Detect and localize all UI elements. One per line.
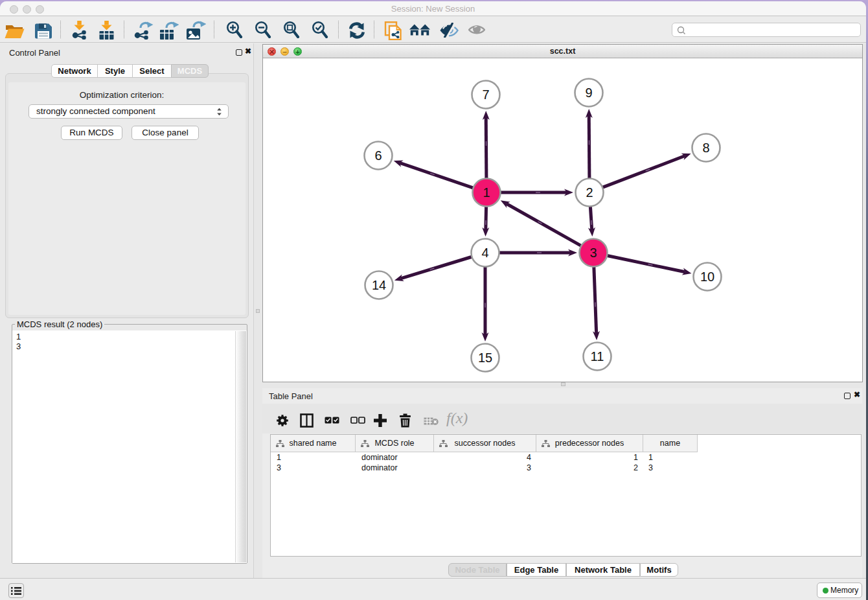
svg-text:8: 8 — [702, 141, 709, 155]
svg-text:15: 15 — [478, 351, 492, 365]
svg-text:7: 7 — [482, 87, 489, 102]
svg-text:11: 11 — [591, 349, 604, 363]
svg-text:3: 3 — [589, 246, 597, 260]
svg-text:14: 14 — [372, 278, 386, 292]
svg-text:9: 9 — [585, 86, 592, 100]
svg-text:1: 1 — [483, 185, 490, 200]
svg-text:2: 2 — [586, 185, 593, 200]
svg-text:4: 4 — [481, 246, 488, 260]
svg-text:10: 10 — [700, 270, 714, 284]
svg-text:6: 6 — [374, 148, 382, 163]
